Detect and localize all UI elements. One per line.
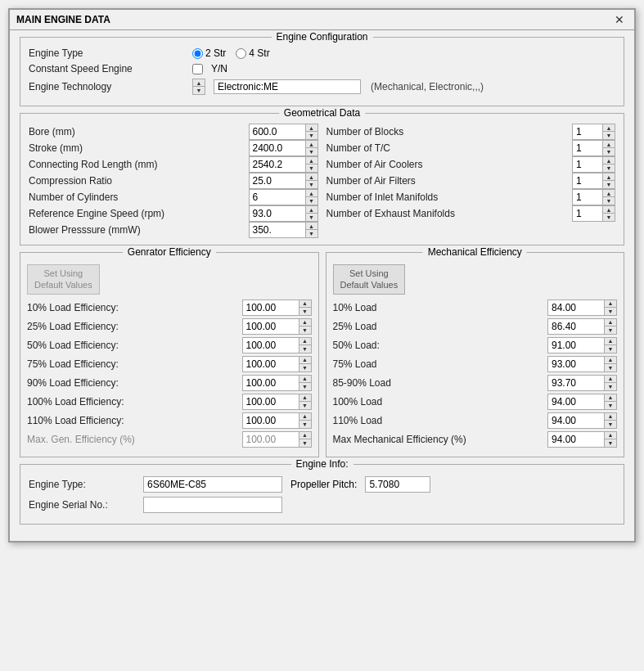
gen-eff-spin-up-7[interactable]: ▲ <box>299 432 311 439</box>
geo-right-spin-up-3[interactable]: ▲ <box>603 173 615 181</box>
gen-eff-spin-down-6[interactable]: ▼ <box>299 421 311 428</box>
engine-type-info-input[interactable] <box>143 476 282 493</box>
geo-left-spin-down-5[interactable]: ▼ <box>306 214 317 221</box>
geo-right-input-3[interactable] <box>572 173 603 189</box>
mech-default-btn[interactable]: Set UsingDefault Values <box>333 264 406 295</box>
mech-eff-input-5[interactable] <box>547 394 605 410</box>
mech-eff-spin-up-5[interactable]: ▲ <box>605 394 616 402</box>
geo-right-spin-up-2[interactable]: ▲ <box>603 157 615 164</box>
geo-left-spin-up-3[interactable]: ▲ <box>306 173 317 181</box>
geo-left-input-1[interactable] <box>249 140 306 156</box>
geo-left-spin-down-6[interactable]: ▼ <box>306 230 317 237</box>
mech-eff-spin-up-4[interactable]: ▲ <box>605 376 616 383</box>
geo-right-input-5[interactable] <box>572 205 603 222</box>
gen-eff-input-2[interactable] <box>242 337 299 354</box>
gen-eff-spin-up-0[interactable]: ▲ <box>299 300 311 308</box>
tech-input[interactable] <box>214 79 361 94</box>
mech-eff-spin-up-6[interactable]: ▲ <box>605 413 616 421</box>
gen-eff-spin-down-4[interactable]: ▼ <box>299 383 311 390</box>
geo-right-spin-up-1[interactable]: ▲ <box>603 141 615 148</box>
geo-right-spin-down-5[interactable]: ▼ <box>603 214 615 221</box>
mech-eff-input-4[interactable] <box>547 375 605 391</box>
radio-4str[interactable] <box>236 48 246 59</box>
gen-eff-spin-up-4[interactable]: ▲ <box>299 376 311 383</box>
mech-eff-input-3[interactable] <box>547 356 605 372</box>
mech-eff-spin-down-1[interactable]: ▼ <box>605 326 616 334</box>
geo-right-spin-down-1[interactable]: ▼ <box>603 148 615 155</box>
mech-eff-spin-up-1[interactable]: ▲ <box>605 319 616 326</box>
geo-left-input-0[interactable] <box>249 124 306 140</box>
tech-spin-down[interactable]: ▼ <box>193 87 205 94</box>
geo-right-input-2[interactable] <box>572 156 603 173</box>
radio-4str-item[interactable]: 4 Str <box>236 47 269 59</box>
geo-right-spin-up-0[interactable]: ▲ <box>603 124 615 132</box>
gen-eff-input-1[interactable] <box>242 318 299 335</box>
engine-serial-input[interactable] <box>143 497 282 513</box>
geo-left-spin-down-0[interactable]: ▼ <box>306 132 317 139</box>
geo-left-spin-up-0[interactable]: ▲ <box>306 124 317 132</box>
mech-eff-input-2[interactable] <box>547 337 605 354</box>
gen-eff-spin-up-6[interactable]: ▲ <box>299 413 311 421</box>
gen-eff-spin-down-5[interactable]: ▼ <box>299 402 311 409</box>
mech-eff-spin-down-3[interactable]: ▼ <box>605 364 616 372</box>
gen-eff-spin-down-7[interactable]: ▼ <box>299 439 311 447</box>
geo-left-input-4[interactable] <box>249 189 306 205</box>
mech-eff-spin-up-0[interactable]: ▲ <box>605 300 616 308</box>
geo-right-spin-down-4[interactable]: ▼ <box>603 197 615 205</box>
mech-eff-spin-down-0[interactable]: ▼ <box>605 308 616 315</box>
gen-eff-input-7[interactable] <box>242 431 299 448</box>
constant-speed-checkbox[interactable] <box>192 64 203 74</box>
geo-right-spin-down-3[interactable]: ▼ <box>603 181 615 188</box>
close-button[interactable]: ✕ <box>611 13 628 26</box>
geo-left-spin-up-4[interactable]: ▲ <box>306 190 317 197</box>
mech-eff-spin-down-2[interactable]: ▼ <box>605 345 616 353</box>
gen-eff-spin-up-5[interactable]: ▲ <box>299 394 311 402</box>
mech-eff-input-6[interactable] <box>547 412 605 429</box>
gen-eff-input-0[interactable] <box>242 299 299 316</box>
geo-left-spin-up-1[interactable]: ▲ <box>306 141 317 148</box>
gen-eff-spin-up-1[interactable]: ▲ <box>299 319 311 326</box>
mech-eff-spin-down-6[interactable]: ▼ <box>605 421 616 428</box>
mech-eff-input-0[interactable] <box>547 299 605 316</box>
mech-eff-spin-up-7[interactable]: ▲ <box>605 432 616 439</box>
gen-eff-spin-up-2[interactable]: ▲ <box>299 338 311 345</box>
mech-eff-input-1[interactable] <box>547 318 605 335</box>
gen-eff-input-5[interactable] <box>242 394 299 410</box>
geo-right-spin-up-5[interactable]: ▲ <box>603 206 615 214</box>
geo-right-spin-down-2[interactable]: ▼ <box>603 164 615 172</box>
mech-eff-input-7[interactable] <box>547 431 605 448</box>
gen-default-btn[interactable]: Set UsingDefault Values <box>27 264 100 295</box>
geo-left-spin-up-5[interactable]: ▲ <box>306 206 317 214</box>
gen-eff-spin-down-3[interactable]: ▼ <box>299 364 311 372</box>
geo-right-input-0[interactable] <box>572 124 603 140</box>
geo-right-spin-up-4[interactable]: ▲ <box>603 190 615 197</box>
geo-left-input-2[interactable] <box>249 156 306 173</box>
geo-left-spin-up-2[interactable]: ▲ <box>306 157 317 164</box>
mech-eff-spin-up-3[interactable]: ▲ <box>605 357 616 364</box>
gen-eff-spin-up-3[interactable]: ▲ <box>299 357 311 364</box>
gen-eff-input-4[interactable] <box>242 375 299 391</box>
radio-2str[interactable] <box>192 48 203 59</box>
gen-eff-input-6[interactable] <box>242 412 299 429</box>
gen-eff-spin-down-1[interactable]: ▼ <box>299 326 311 334</box>
geo-left-spin-up-6[interactable]: ▲ <box>306 223 317 230</box>
geo-left-input-6[interactable] <box>249 222 306 238</box>
gen-eff-spin-down-0[interactable]: ▼ <box>299 308 311 315</box>
propeller-input[interactable] <box>365 476 430 493</box>
geo-left-spin-down-1[interactable]: ▼ <box>306 148 317 155</box>
geo-right-spin-down-0[interactable]: ▼ <box>603 132 615 139</box>
mech-eff-spin-down-7[interactable]: ▼ <box>605 439 616 447</box>
mech-eff-spin-down-4[interactable]: ▼ <box>605 383 616 390</box>
mech-eff-spin-down-5[interactable]: ▼ <box>605 402 616 409</box>
gen-eff-input-3[interactable] <box>242 356 299 372</box>
geo-right-input-1[interactable] <box>572 140 603 156</box>
geo-left-input-3[interactable] <box>249 173 306 189</box>
geo-right-input-4[interactable] <box>572 189 603 205</box>
geo-left-spin-down-3[interactable]: ▼ <box>306 181 317 188</box>
radio-2str-item[interactable]: 2 Str <box>192 47 226 59</box>
tech-spin-up[interactable]: ▲ <box>193 79 205 87</box>
geo-left-spin-down-2[interactable]: ▼ <box>306 164 317 172</box>
mech-eff-spin-up-2[interactable]: ▲ <box>605 338 616 345</box>
geo-left-spin-down-4[interactable]: ▼ <box>306 197 317 205</box>
gen-eff-spin-down-2[interactable]: ▼ <box>299 345 311 353</box>
